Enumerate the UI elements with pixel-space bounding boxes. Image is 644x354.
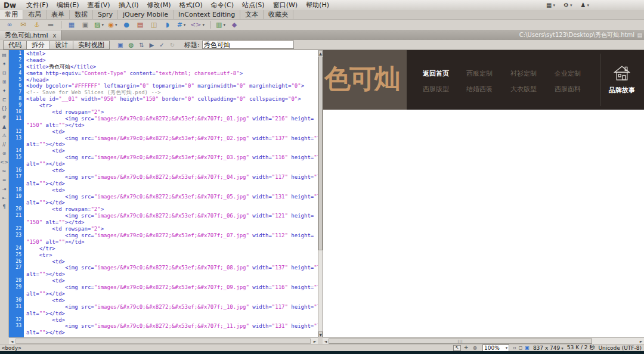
menu-commands[interactable]: 命令(C) [207, 1, 238, 10]
menu-insert[interactable]: 插入(I) [114, 1, 143, 10]
highlight-invalid-code-icon[interactable]: ▲ [2, 123, 6, 130]
templates-icon[interactable]: ▥▾ [216, 20, 225, 30]
workspace-layout-icon[interactable]: ▦▾ [546, 2, 555, 8]
preview-in-browser-icon[interactable]: ◍ [128, 42, 134, 48]
tab-data[interactable]: 数据 [70, 10, 93, 19]
recent-snippets-icon[interactable]: ✂ [2, 168, 7, 175]
code-vertical-scrollbar[interactable]: ▲ ▼ [318, 50, 323, 337]
scroll-down-icon[interactable]: ▼ [318, 331, 323, 337]
syntax-error-alerts-icon[interactable]: ⚠ [2, 132, 6, 139]
tag-icon[interactable]: ◆ [230, 20, 239, 30]
menu-help[interactable]: 帮助(H) [302, 1, 333, 10]
hand-tool-icon[interactable]: ✛ [462, 345, 470, 351]
scroll-right-icon[interactable]: ► [312, 339, 318, 344]
hyperlink-icon[interactable]: ∞ [5, 20, 14, 30]
scroll-left-icon[interactable]: ◄ [9, 339, 15, 344]
move-css-icon[interactable]: ≡ [2, 177, 7, 184]
comment-icon[interactable]: ◗ [163, 20, 172, 30]
date-icon[interactable]: ▤ [135, 20, 145, 30]
menu-format[interactable]: 格式(O) [175, 1, 207, 10]
code-token: "images/&#x79c0;&#x8272;&#x53ef;&#x707f;… [94, 304, 249, 310]
table-icon[interactable]: ▦ [67, 20, 76, 30]
code-text: <td> [24, 167, 65, 174]
w3c-validation-icon[interactable]: ▶ [150, 42, 154, 48]
format-source-code-icon[interactable]: ¶ [2, 204, 5, 210]
code-vscroll-thumb[interactable] [318, 57, 323, 250]
design-view-button[interactable]: 设计 [49, 41, 73, 49]
media-icon[interactable]: ◉▾ [108, 20, 117, 30]
menu-view[interactable]: 查看(V) [83, 1, 114, 10]
desktop-size-icon[interactable]: ▣ [525, 345, 530, 350]
select-tool-icon[interactable]: ↖ [453, 345, 461, 351]
zoom-tool-icon[interactable]: ◎ [471, 345, 479, 351]
insert-div-icon[interactable]: ▣ [80, 20, 90, 30]
close-icon[interactable]: x [53, 32, 57, 39]
design-horizontal-scrollbar[interactable]: ◄ ||| ► [323, 337, 644, 344]
collapse-selection-icon[interactable]: ⊞ [2, 79, 7, 85]
split-view-button[interactable]: 拆分 [26, 41, 50, 49]
scroll-up-icon[interactable]: ▲ [318, 50, 323, 56]
code-horizontal-scrollbar[interactable]: ◄ ► [9, 337, 318, 344]
remove-comment-icon[interactable]: ⊘ [2, 150, 7, 157]
line-numbers-icon[interactable]: # [2, 114, 7, 121]
check-browser-compat-icon[interactable]: ✓ [159, 42, 164, 48]
code-editor[interactable]: 1<html>2<head>3<title>秀色可灿</title>4<meta… [9, 51, 318, 337]
live-view-view-button[interactable]: 实时视图 [73, 41, 110, 49]
design-view-canvas[interactable]: 色可灿 返回首页西服定制衬衫定制企业定制西服版型结婚西装大衣版型西服面料 [323, 50, 644, 337]
title-input[interactable] [202, 41, 294, 49]
indent-code-icon[interactable]: ⇥ [2, 186, 7, 192]
document-tab[interactable]: 秀色可灿.html x [0, 30, 61, 40]
window-size-selector[interactable]: 837 x 749▾ [533, 345, 564, 351]
server-include-icon[interactable]: ◫ [149, 20, 159, 30]
menu-site[interactable]: 站点(S) [238, 1, 269, 10]
scroll-right-icon[interactable]: ► [638, 339, 644, 344]
tablet-size-icon[interactable]: ◻ [519, 345, 523, 350]
tab-layout[interactable]: 布局 [23, 10, 47, 19]
tab-incontext-editing[interactable]: InContext Editing [174, 10, 240, 19]
tab-forms[interactable]: 表单 [47, 10, 70, 19]
zoom-level-select[interactable]: 100% ▾ [482, 344, 509, 352]
email-link-icon[interactable]: ✉ [18, 20, 28, 30]
code-token: "0" [185, 83, 194, 89]
widget-icon[interactable]: ● [122, 20, 131, 30]
code-hscroll-thumb[interactable] [16, 339, 311, 344]
tab-jquery-mobile[interactable]: jQuery Mobile [118, 10, 174, 19]
code-token: width= [249, 135, 272, 141]
cs-live-icon[interactable]: ♟▾ [581, 2, 589, 8]
menu-file[interactable]: 文件(F) [22, 1, 52, 10]
wrap-tag-icon[interactable]: <> [0, 159, 8, 166]
extensions-icon[interactable]: ⚙▾ [564, 2, 572, 8]
menu-edit[interactable]: 编辑(E) [52, 1, 83, 10]
images-icon[interactable]: ▨▾ [94, 20, 104, 30]
menu-modify[interactable]: 修改(M) [143, 1, 175, 10]
code-line: 22 <td rowspan="2"> [9, 226, 318, 232]
select-parent-tag-icon[interactable]: ⊏ [2, 97, 7, 103]
tab-text[interactable]: 文本 [240, 10, 264, 19]
code-token: height= [288, 213, 314, 219]
design-hscroll-thumb[interactable]: ||| [329, 339, 592, 344]
tab-common[interactable]: 常用 [0, 10, 23, 19]
collapse-full-tag-icon[interactable]: ⊟ [2, 70, 7, 76]
open-documents-icon[interactable]: ▤ [2, 52, 7, 58]
script-icon[interactable]: #▾ [177, 20, 186, 30]
mobile-size-icon[interactable]: ▫ [513, 345, 516, 350]
code-token: border= [159, 96, 184, 102]
multiscreen-preview-icon[interactable]: ▣ [117, 42, 123, 48]
apply-comment-icon[interactable]: // [2, 141, 5, 148]
balance-braces-icon[interactable]: {} [1, 105, 7, 112]
tag-chooser-icon[interactable]: <>▾ [190, 20, 205, 30]
expand-all-icon[interactable]: ✦ [2, 88, 7, 94]
menu-window[interactable]: 窗口(W) [269, 1, 302, 10]
file-management-icon[interactable]: ⇅ [139, 42, 144, 48]
tab-favorites[interactable]: 收藏夹 [264, 10, 293, 19]
tag-selector[interactable]: <body> [2, 345, 21, 351]
refresh-icon[interactable]: ↻ [170, 42, 175, 48]
code-token: "" [39, 310, 46, 316]
code-view-button[interactable]: 代码 [3, 41, 27, 49]
scroll-left-icon[interactable]: ◄ [323, 339, 329, 344]
outdent-code-icon[interactable]: ⇤ [2, 195, 7, 201]
horizontal-rule-icon[interactable]: ▬ [46, 20, 55, 30]
named-anchor-icon[interactable]: ⚓ [32, 20, 42, 30]
show-code-navigator-icon[interactable]: ✶ [2, 61, 7, 67]
tab-spry[interactable]: Spry [93, 10, 118, 19]
